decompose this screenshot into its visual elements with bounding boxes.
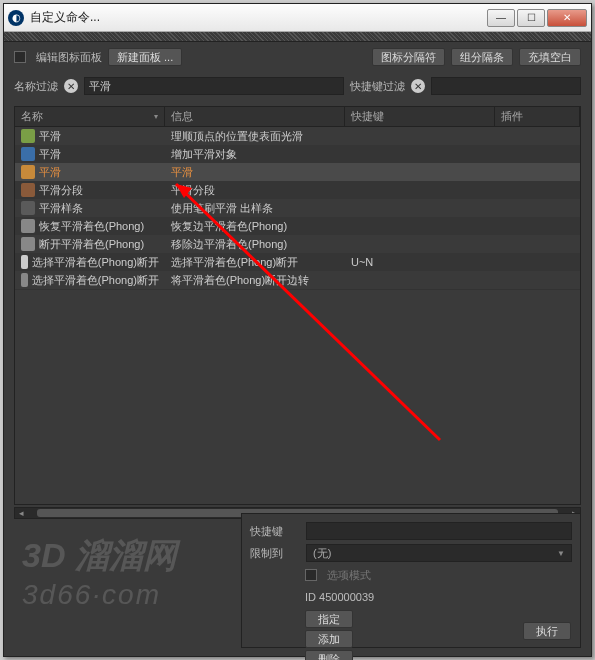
row-icon xyxy=(21,147,35,161)
row-icon xyxy=(21,237,35,251)
row-icon xyxy=(21,201,35,215)
table-row[interactable]: 选择平滑着色(Phong)断开选择平滑着色(Phong)断开U~N xyxy=(15,253,580,271)
grip-bar[interactable] xyxy=(4,32,591,42)
assign-button[interactable]: 指定 xyxy=(305,610,353,628)
icon-separator-button[interactable]: 图标分隔符 xyxy=(372,48,445,66)
execute-button[interactable]: 执行 xyxy=(523,622,571,640)
shortcut-input[interactable] xyxy=(306,522,572,540)
minimize-button[interactable]: — xyxy=(487,9,515,27)
table-row[interactable]: 平滑样条使用笔刷平滑 出样条 xyxy=(15,199,580,217)
detail-panel: 快捷键 限制到 (无) ▼ 选项模式 ID 450000039 xyxy=(241,513,581,648)
add-button[interactable]: 添加 xyxy=(305,630,353,648)
table-row[interactable]: 断开平滑着色(Phong)移除边平滑着色(Phong) xyxy=(15,235,580,253)
app-icon: ◐ xyxy=(8,10,24,26)
bottom-area: 快捷键 限制到 (无) ▼ 选项模式 ID 450000039 xyxy=(14,513,581,648)
row-icon xyxy=(21,255,28,269)
shortcut-label: 快捷键 xyxy=(250,524,300,539)
content-area: 编辑图标面板 新建面板 ... 图标分隔符 组分隔条 充填空白 名称过滤 ✕ 快… xyxy=(4,42,591,656)
row-icon xyxy=(21,273,28,287)
titlebar[interactable]: ◐ 自定义命令... — ☐ ✕ xyxy=(4,4,591,32)
name-filter-label: 名称过滤 xyxy=(14,79,58,94)
table-row[interactable]: 平滑平滑 xyxy=(15,163,580,181)
row-icon xyxy=(21,183,35,197)
name-filter-input[interactable] xyxy=(84,77,344,95)
limit-value: (无) xyxy=(313,546,331,561)
window-buttons: — ☐ ✕ xyxy=(487,9,587,27)
new-panel-button[interactable]: 新建面板 ... xyxy=(108,48,182,66)
table-row[interactable]: 平滑增加平滑对象 xyxy=(15,145,580,163)
edit-icon-panel-checkbox[interactable] xyxy=(14,51,26,63)
delete-button[interactable]: 删除 xyxy=(305,650,353,660)
shortcut-filter-label: 快捷键过滤 xyxy=(350,79,405,94)
limit-select[interactable]: (无) ▼ xyxy=(306,544,572,562)
col-shortcut[interactable]: 快捷键 xyxy=(345,107,495,126)
table-body: 平滑理顺顶点的位置使表面光滑平滑增加平滑对象平滑平滑平滑分段平滑分段平滑样条使用… xyxy=(15,127,580,289)
row-icon xyxy=(21,219,35,233)
shortcut-filter-clear-icon[interactable]: ✕ xyxy=(411,79,425,93)
table-row[interactable]: 平滑分段平滑分段 xyxy=(15,181,580,199)
app-window: ◐ 自定义命令... — ☐ ✕ 编辑图标面板 新建面板 ... 图标分隔符 组… xyxy=(3,3,592,657)
table-empty-area xyxy=(15,289,580,504)
maximize-button[interactable]: ☐ xyxy=(517,9,545,27)
filter-bar: 名称过滤 ✕ 快捷键过滤 ✕ xyxy=(4,72,591,100)
col-plugin[interactable]: 插件 xyxy=(495,107,580,126)
option-mode-label: 选项模式 xyxy=(327,568,371,583)
window-title: 自定义命令... xyxy=(30,9,487,26)
col-name[interactable]: 名称▾ xyxy=(15,107,165,126)
name-filter-clear-icon[interactable]: ✕ xyxy=(64,79,78,93)
caret-down-icon: ▼ xyxy=(557,549,565,558)
id-label: ID 450000039 xyxy=(305,591,374,603)
table-header: 名称▾ 信息 快捷键 插件 xyxy=(15,107,580,127)
toolbar: 编辑图标面板 新建面板 ... 图标分隔符 组分隔条 充填空白 xyxy=(4,42,591,72)
table-row[interactable]: 恢复平滑着色(Phong)恢复边平滑着色(Phong) xyxy=(15,217,580,235)
shortcut-filter-input[interactable] xyxy=(431,77,581,95)
table-row[interactable]: 选择平滑着色(Phong)断开将平滑着色(Phong)断开边转 xyxy=(15,271,580,289)
limit-label: 限制到 xyxy=(250,546,300,561)
close-button[interactable]: ✕ xyxy=(547,9,587,27)
row-icon xyxy=(21,165,35,179)
col-info[interactable]: 信息 xyxy=(165,107,345,126)
option-mode-checkbox[interactable] xyxy=(305,569,317,581)
table-row[interactable]: 平滑理顺顶点的位置使表面光滑 xyxy=(15,127,580,145)
group-separator-button[interactable]: 组分隔条 xyxy=(451,48,513,66)
edit-icon-panel-label: 编辑图标面板 xyxy=(36,50,102,65)
row-icon xyxy=(21,129,35,143)
sort-indicator-icon: ▾ xyxy=(154,112,158,121)
fill-space-button[interactable]: 充填空白 xyxy=(519,48,581,66)
results-table: 名称▾ 信息 快捷键 插件 平滑理顺顶点的位置使表面光滑平滑增加平滑对象平滑平滑… xyxy=(14,106,581,505)
